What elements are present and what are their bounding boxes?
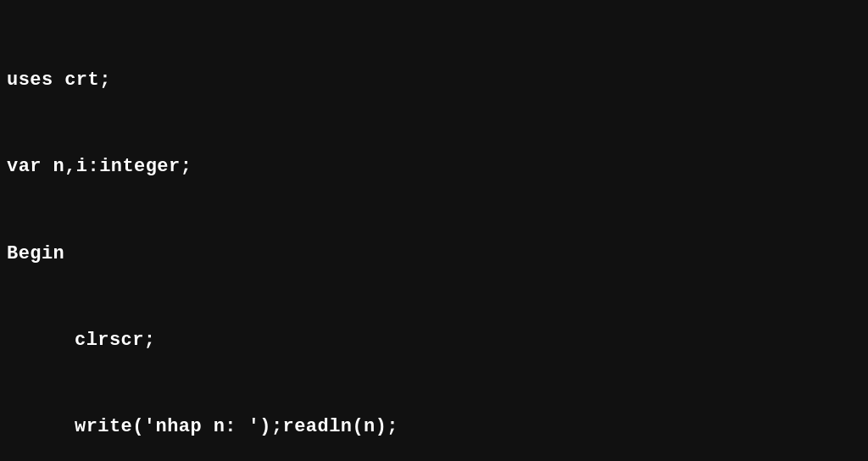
code-line-5: write('nhap n: ');readln(n); <box>7 413 861 442</box>
code-line-4: clrscr; <box>7 326 861 355</box>
code-line-1: uses crt; <box>7 66 861 95</box>
code-line-2: var n,i:integer; <box>7 153 861 181</box>
code-editor: uses crt; var n,i:integer; Begin clrscr;… <box>0 0 868 461</box>
code-line-3: Begin <box>7 240 861 269</box>
